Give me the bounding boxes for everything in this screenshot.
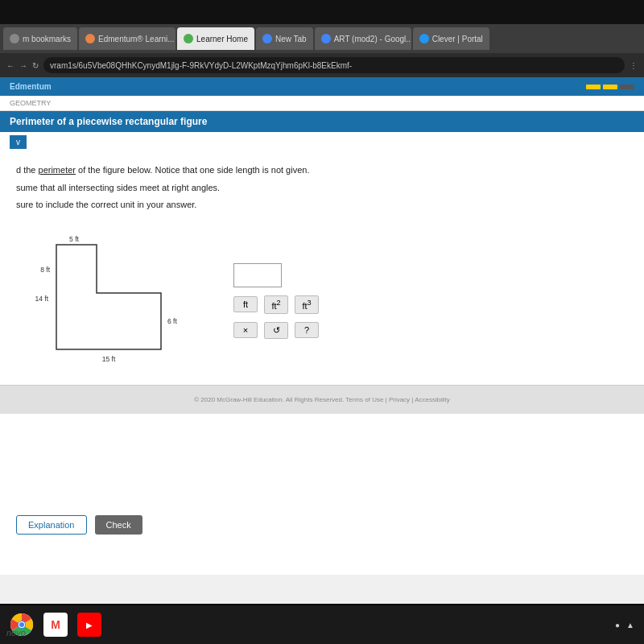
svg-text:8 ft: 8 ft [40, 266, 50, 274]
svg-marker-0 [56, 245, 161, 349]
figure-area: 5 ft 8 ft 14 ft 15 ft 6 ft [16, 229, 628, 374]
problem-instruction-3: sure to include the correct unit in your… [16, 198, 628, 213]
lenovo-label: novo [6, 628, 26, 638]
progress-seg-2 [603, 85, 617, 89]
problem-instruction-1: d the perimeter of the figure below. Not… [16, 163, 628, 178]
tab-art[interactable]: ART (mod2) - Googl... [315, 27, 411, 50]
progress-bar [586, 85, 634, 89]
tab-edmentum[interactable]: Edmentum® Learni... [79, 27, 175, 50]
tab-new-tab[interactable]: New Tab [256, 27, 313, 50]
unit-buttons-row: ft ft2 ft3 [233, 295, 319, 314]
check-button[interactable]: Check [95, 515, 142, 535]
page-footer: © 2020 McGraw-Hill Education. All Rights… [0, 385, 644, 414]
screen: m bookmarks Edmentum® Learni... Learner … [0, 24, 644, 604]
svg-text:15 ft: 15 ft [102, 355, 116, 363]
figure-container: 5 ft 8 ft 14 ft 15 ft 6 ft [32, 229, 193, 374]
taskbar-right: ● ▲ [615, 621, 634, 630]
svg-text:5 ft: 5 ft [69, 235, 79, 243]
unit-ft2-button[interactable]: ft2 [264, 295, 288, 314]
undo-button[interactable]: ↺ [264, 322, 288, 339]
perimeter-link[interactable]: perimeter [39, 165, 76, 175]
tab-bookmarks[interactable]: m bookmarks [3, 27, 77, 50]
figure-svg: 5 ft 8 ft 14 ft 15 ft 6 ft [32, 229, 193, 374]
page-content: Edmentum GEOMETRY Perimeter of a piecewi… [0, 77, 644, 575]
answer-input[interactable] [233, 263, 282, 287]
url-bar: ← → ↻ ⋮ [0, 53, 644, 77]
tab-learner-home[interactable]: Learner Home [177, 27, 254, 50]
help-button[interactable]: ? [295, 322, 319, 338]
answer-section: ft ft2 ft3 × [233, 263, 319, 339]
unit-ft-button[interactable]: ft [233, 296, 258, 312]
chevron-button[interactable]: v [10, 135, 27, 149]
progress-seg-1 [586, 85, 601, 89]
lesson-title: Perimeter of a piecewise rectangular fig… [0, 111, 644, 132]
svg-point-9 [19, 622, 24, 627]
progress-seg-3 [620, 85, 634, 89]
svg-text:6 ft: 6 ft [167, 317, 177, 325]
breadcrumb: GEOMETRY [0, 96, 644, 111]
explanation-button[interactable]: Explanation [16, 515, 87, 535]
clear-button[interactable]: × [233, 322, 258, 338]
tab-bar: m bookmarks Edmentum® Learni... Learner … [0, 24, 644, 53]
tab-clever[interactable]: Clever | Portal [413, 27, 489, 50]
youtube-taskbar-icon[interactable]: ▶ [77, 613, 101, 637]
unit-ft3-button[interactable]: ft3 [295, 295, 319, 314]
bottom-buttons: Explanation Check [16, 515, 142, 535]
edmentum-header: Edmentum [0, 77, 644, 96]
svg-text:14 ft: 14 ft [35, 295, 48, 303]
action-buttons-row: × ↺ ? [233, 322, 319, 339]
gmail-taskbar-icon[interactable]: M [43, 613, 68, 637]
breadcrumb-category: GEOMETRY [10, 99, 51, 107]
problem-area: d the perimeter of the figure below. Not… [0, 152, 644, 385]
taskbar: M ▶ ● ▲ [0, 605, 644, 644]
problem-instruction-2: sume that all intersecting sides meet at… [16, 181, 628, 196]
url-input[interactable] [43, 57, 625, 73]
